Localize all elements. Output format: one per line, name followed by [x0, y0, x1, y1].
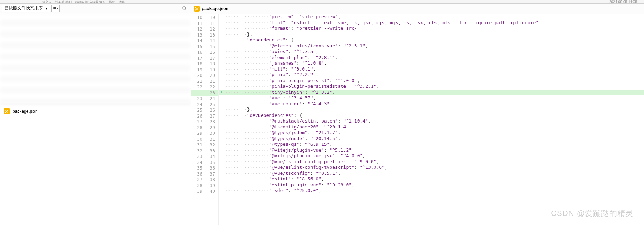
list-view-button[interactable]: ≡ ▾ [51, 5, 60, 12]
search-icon [182, 6, 187, 11]
code-content[interactable]: ················"preview": "vite preview… [225, 14, 644, 225]
file-name-label: package.json [13, 109, 38, 114]
blurred-content [0, 13, 191, 105]
sort-dropdown[interactable]: 已依照文件状态排序 ▾ [2, 5, 50, 12]
svg-line-1 [185, 9, 186, 10]
search-button[interactable] [180, 5, 189, 12]
left-toolbar: 已依照文件状态排序 ▾ ≡ ▾ [0, 4, 191, 13]
diff-marker-column: + [219, 14, 225, 225]
timestamp: 2024-09-05 14:05 [609, 0, 637, 4]
chevron-down-icon: ▾ [45, 6, 47, 11]
chevron-down-icon: ▾ [57, 7, 58, 10]
json-file-icon [194, 6, 200, 12]
file-list-item[interactable]: package.json [0, 106, 191, 117]
tab-bar: package.json [191, 4, 644, 14]
svg-point-0 [183, 6, 186, 9]
left-panel: 已依照文件状态排序 ▾ ≡ ▾ package.json [0, 4, 191, 225]
file-list: package.json [0, 13, 191, 225]
header-strip: 提交人：刘某某 类别：新功能 需求/问题编号： 描述：优化... [0, 0, 644, 4]
json-file-icon [4, 108, 10, 114]
line-gutter: 1010111112121313141415151616171718181919… [191, 14, 219, 225]
right-panel: package.json 101011111212131314141515161… [191, 4, 644, 225]
diff-editor[interactable]: 1010111112121313141415151616171718181919… [191, 14, 644, 225]
tab-label: package.json [202, 6, 228, 11]
list-icon: ≡ [53, 6, 56, 11]
tab-package-json[interactable]: package.json [194, 6, 228, 12]
